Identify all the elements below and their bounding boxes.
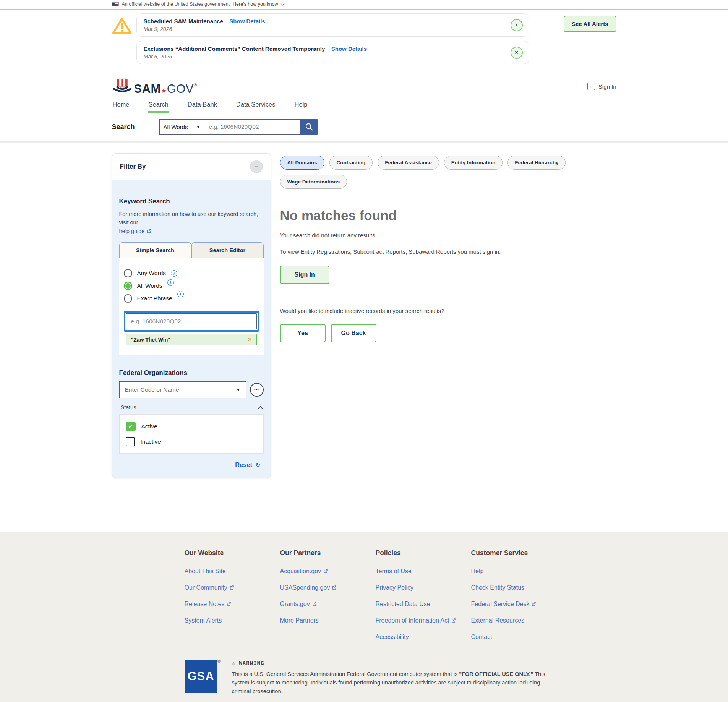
footer-link-more-partners[interactable]: More Partners (280, 617, 319, 624)
main-content: Filter By − Keyword Search For more info… (112, 143, 616, 532)
chip-remove-icon[interactable]: × (248, 336, 251, 343)
keyword-search-input[interactable] (126, 313, 257, 329)
site-footer: Our Website About This Site Our Communit… (0, 532, 728, 702)
nav-item-data-bank[interactable]: Data Bank (187, 99, 218, 113)
site-header: SAM★GOV® ← Sign In (112, 70, 616, 99)
search-submit-button[interactable] (300, 119, 318, 135)
footer-link-acquisition-gov[interactable]: Acquisition.gov (280, 568, 328, 575)
external-link-icon (229, 585, 234, 590)
pill-wage-determinations[interactable]: Wage Determinations (280, 175, 347, 189)
tab-search-editor[interactable]: Search Editor (191, 242, 264, 258)
footer-link-restricted-data-use[interactable]: Restricted Data Use (376, 601, 430, 608)
footer-col-customer-service: Customer Service Help Check Entity Statu… (471, 549, 571, 650)
header-sign-in-link[interactable]: ← Sign In (587, 83, 616, 90)
close-icon[interactable]: × (511, 47, 523, 59)
footer-link-usaspending-gov[interactable]: USASpending.gov (280, 584, 337, 591)
tab-simple-search[interactable]: Simple Search (119, 242, 191, 258)
external-link-icon (226, 601, 231, 606)
footer-link-federal-service-desk[interactable]: Federal Service Desk (471, 601, 537, 608)
footer-col-heading: Our Partners (280, 549, 376, 557)
alert-card-list: Scheduled SAM Maintenance Show Details M… (136, 13, 529, 64)
heres-how-you-know-link[interactable]: Here's how you know (233, 2, 278, 7)
checkbox-active[interactable]: ✓ (126, 422, 136, 431)
footer-link-columns: Our Website About This Site Our Communit… (185, 549, 616, 650)
go-back-button[interactable]: Go Back (331, 324, 376, 342)
reset-filters-link[interactable]: Reset↻ (235, 461, 260, 468)
chevron-up-icon[interactable] (258, 406, 263, 411)
footer-link-privacy-policy[interactable]: Privacy Policy (376, 584, 414, 591)
sign-in-button[interactable]: Sign In (280, 266, 329, 284)
show-details-link[interactable]: Show Details (331, 45, 367, 52)
pill-entity-information[interactable]: Entity Information (444, 156, 503, 170)
search-band-label: Search (112, 123, 135, 131)
keyword-search-heading: Keyword Search (119, 198, 264, 205)
close-icon[interactable]: × (511, 19, 523, 31)
checkbox-inactive[interactable] (126, 437, 135, 446)
nav-item-help[interactable]: Help (294, 99, 308, 113)
footer-link-contact[interactable]: Contact (471, 634, 492, 640)
nav-item-data-services[interactable]: Data Services (235, 99, 276, 113)
gsa-warning-row: GSA ® ⚠ WARNING This is a U.S. General S… (185, 660, 616, 702)
radio-all-words[interactable] (124, 282, 132, 290)
radio-any-words-label: Any Words (137, 270, 166, 277)
warning-triangle-icon (112, 13, 136, 36)
info-icon[interactable]: i (171, 270, 177, 277)
info-icon[interactable]: i (177, 291, 184, 297)
footer-link-external-resources[interactable]: External Resources (471, 617, 525, 624)
nav-item-search[interactable]: Search (148, 99, 169, 113)
external-link-icon (332, 585, 337, 590)
collapse-filters-button[interactable]: − (250, 160, 263, 173)
gsa-registered-mark: ® (217, 659, 221, 663)
footer-col-our-partners: Our Partners Acquisition.gov USASpending… (280, 549, 376, 650)
pill-federal-assistance[interactable]: Federal Assistance (378, 156, 439, 170)
external-link-icon (451, 618, 456, 623)
no-results-subtitle: Your search did not return any results. (280, 231, 536, 240)
warning-block: ⚠ WARNING This is a U.S. General Service… (232, 660, 559, 702)
footer-link-check-entity-status[interactable]: Check Entity Status (471, 584, 525, 591)
alert-title: Scheduled SAM Maintenance (144, 18, 223, 24)
pill-all-domains[interactable]: All Domains (280, 156, 324, 170)
sign-in-note: To view Entity Registrations, Subcontrac… (280, 247, 532, 256)
yes-button[interactable]: Yes (280, 324, 326, 342)
footer-link-foia[interactable]: Freedom of Information Act (376, 617, 456, 624)
chevron-down-icon[interactable] (280, 2, 284, 5)
sign-in-label: Sign In (598, 83, 616, 90)
info-icon[interactable]: i (167, 279, 174, 286)
select-caret-icon: ▼ (196, 125, 200, 129)
footer-link-release-notes[interactable]: Release Notes (185, 601, 232, 608)
footer-link-system-alerts[interactable]: System Alerts (185, 617, 222, 624)
results-area: All Domains Contracting Federal Assistan… (280, 153, 616, 342)
checkbox-inactive-label: Inactive (141, 438, 161, 445)
sign-in-arrow-icon: ← (587, 83, 595, 90)
select-caret-icon: ▼ (237, 388, 240, 392)
gsa-logo: GSA ® (185, 660, 217, 693)
footer-link-accessibility[interactable]: Accessibility (376, 634, 409, 640)
federal-orgs-select[interactable]: Enter Code or Name ▼ (119, 381, 246, 398)
show-details-link[interactable]: Show Details (229, 18, 265, 24)
alert-title: Exclusions “Additional Comments” Content… (144, 45, 325, 52)
footer-link-our-community[interactable]: Our Community (185, 584, 234, 591)
global-search-input[interactable] (204, 119, 300, 135)
footer-col-heading: Our Website (185, 549, 280, 557)
include-inactive-question: Would you like to include inactive recor… (280, 308, 616, 314)
radio-any-words[interactable] (124, 269, 132, 277)
nav-item-home[interactable]: Home (112, 99, 130, 113)
footer-link-about-this-site[interactable]: About This Site (185, 568, 226, 575)
pill-federal-hierarchy[interactable]: Federal Hierarchy (507, 156, 566, 170)
footer-link-terms-of-use[interactable]: Terms of Use (376, 568, 412, 575)
brand-text: SAM★GOV® (134, 83, 197, 95)
see-all-alerts-button[interactable]: See All Alerts (564, 16, 616, 32)
footer-link-help[interactable]: Help (471, 568, 484, 575)
footer-link-grants-gov[interactable]: Grants.gov (280, 601, 317, 608)
search-mode-select[interactable]: All Words ▼ (159, 119, 204, 135)
keyword-chip-label: "Zaw Thet Win" (131, 337, 170, 343)
sam-gov-logo[interactable]: SAM★GOV® (112, 78, 197, 95)
uncle-sam-hat-icon (112, 78, 133, 95)
radio-exact-phrase-label: Exact Phrase (137, 295, 172, 302)
radio-exact-phrase[interactable] (124, 294, 132, 303)
pill-contracting[interactable]: Contracting (329, 156, 373, 170)
more-options-icon[interactable]: ••• (250, 383, 264, 397)
filter-by-title: Filter By (120, 163, 146, 170)
keyword-info-text: For more information on how to use our k… (119, 211, 258, 225)
help-guide-link[interactable]: help guide (119, 228, 152, 234)
